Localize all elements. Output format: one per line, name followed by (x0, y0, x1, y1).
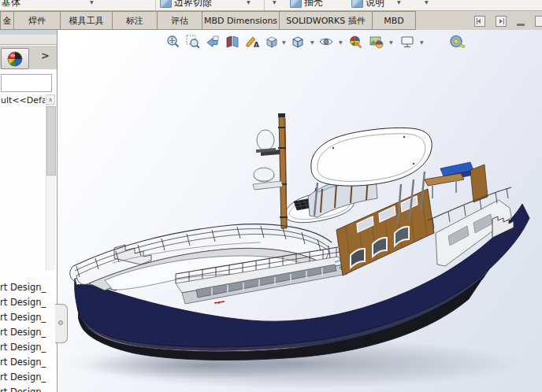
configuration-label[interactable]: ult<<Defa (1, 95, 45, 106)
tab-evaluate[interactable]: 评估 (158, 11, 202, 30)
red-annotation-mark[interactable] (214, 301, 225, 304)
view-settings-caret[interactable]: ▼ (420, 39, 424, 45)
eye-icon (318, 34, 334, 50)
canopy-roof[interactable] (311, 128, 432, 186)
dish-platform (253, 181, 283, 190)
tab-weldments[interactable]: 焊件 (14, 11, 61, 30)
panel-tab-strip: > (0, 46, 57, 69)
graphics-viewport[interactable]: A ▼ ▼ (58, 30, 542, 392)
radar-dome-upper[interactable] (257, 130, 274, 150)
tape-measure-icon (448, 33, 466, 50)
dropdown-caret-icon[interactable]: ▼ (397, 0, 401, 5)
panel-flyout-arrow[interactable]: > (41, 50, 50, 61)
measure-button[interactable] (448, 33, 466, 50)
view-orientation-button[interactable] (263, 33, 280, 50)
tree-item[interactable]: rt Design_ (0, 340, 55, 355)
ribbon-commands-partial: 基体 ▼ 边界切除 ▼ ▼ 抽壳 说明 ▼ ▼ (0, 0, 542, 11)
window-previous-button[interactable] (474, 16, 485, 27)
annotation-views-button[interactable]: A (243, 33, 261, 50)
dropdown-caret-icon[interactable]: ▼ (273, 0, 277, 5)
window-restore-button[interactable] (535, 16, 542, 27)
ribbon-separator (155, 0, 156, 10)
view-settings-button[interactable] (399, 33, 416, 50)
ribbon-tab-bar: 金 焊件 模具工具 标注 评估 MBD Dimensions SOLIDWORK… (0, 11, 542, 31)
mast[interactable] (253, 113, 288, 228)
left-arrow-icon (477, 19, 481, 24)
zoom-to-area-button[interactable] (184, 33, 202, 50)
scroll-up-button[interactable]: ∧ (46, 94, 55, 105)
section-view-icon (225, 34, 240, 50)
solidworks-window: 基体 ▼ 边界切除 ▼ ▼ 抽壳 说明 ▼ ▼ 金 焊件 模具工具 标注 评估 … (0, 0, 542, 392)
dropdown-caret-icon[interactable]: ▼ (247, 0, 251, 5)
tree-item[interactable]: rt Design_ (0, 385, 55, 392)
panel-header-strip (0, 35, 57, 45)
ribbon-button-label: 基体 (2, 0, 20, 9)
display-style-caret[interactable]: ▼ (310, 39, 314, 45)
apply-scene-icon (369, 34, 384, 50)
right-arrow-icon (499, 19, 503, 24)
hide-show-caret[interactable]: ▼ (339, 39, 343, 45)
monitor-icon (399, 34, 415, 50)
scrollbar-thumb[interactable] (46, 106, 56, 176)
zoom-to-fit-icon (165, 34, 181, 50)
mast-cap (278, 113, 285, 117)
aft-seating[interactable] (425, 162, 488, 202)
apply-scene-caret[interactable]: ▼ (389, 39, 393, 45)
window-next-button[interactable] (496, 16, 507, 27)
ribbon-button-label: 抽壳 (304, 0, 323, 9)
view-orientation-caret[interactable]: ▼ (282, 39, 286, 45)
boundary-cut-icon (160, 0, 172, 8)
panel-scrollbar[interactable] (46, 105, 55, 270)
ribbon-button-shell[interactable]: 抽壳 (290, 0, 323, 10)
tree-item[interactable]: rt Design_ (0, 280, 55, 295)
dropdown-caret-icon[interactable]: ▼ (425, 0, 429, 5)
feature-manager-panel: > ult<<Defa ∧ rt Design_ rt Design_ rt D… (0, 30, 58, 392)
bar-icon (477, 18, 477, 24)
tree-item[interactable]: rt Design_ (0, 355, 55, 370)
tab-mbd-dimensions[interactable]: MBD Dimensions (202, 11, 280, 30)
tab-solidworks-addins[interactable]: SOLIDWORKS 插件 (280, 11, 373, 30)
panel-splitter-handle[interactable] (55, 304, 68, 343)
display-style-icon (290, 34, 306, 50)
note-icon (351, 0, 363, 8)
zoom-to-fit-button[interactable] (165, 33, 182, 50)
apply-scene-button[interactable] (368, 33, 385, 50)
bar-icon (503, 18, 504, 24)
previous-view-icon (205, 34, 221, 50)
document-window-controls (474, 15, 542, 28)
hide-show-items-button[interactable] (317, 33, 335, 50)
dropdown-caret-icon[interactable]: ▼ (90, 0, 94, 5)
annotation-views-icon: A (244, 34, 260, 50)
previous-view-button[interactable] (204, 33, 221, 50)
section-view-button[interactable] (224, 33, 241, 50)
tree-item[interactable]: rt Design_ (0, 295, 55, 310)
display-style-button[interactable] (289, 33, 306, 50)
heads-up-view-toolbar: A ▼ ▼ (58, 33, 542, 50)
tab-mbd[interactable]: MBD (373, 11, 416, 30)
view-orientation-icon (264, 34, 280, 50)
tree-item[interactable]: rt Design_ (0, 310, 55, 325)
tree-item[interactable]: rt Design_ (0, 325, 55, 340)
zoom-to-area-icon (185, 34, 201, 50)
tab-annotation[interactable]: 标注 (113, 11, 158, 30)
ribbon-button-note[interactable]: 说明 (351, 0, 384, 10)
feature-tree: rt Design_ rt Design_ rt Design_ rt Desi… (0, 280, 55, 392)
ribbon-button-label: 说明 (366, 0, 384, 9)
panel-preview-box (1, 74, 52, 92)
display-manager-tab[interactable] (1, 48, 29, 69)
edit-appearance-button[interactable] (347, 33, 365, 50)
ribbon-button-base[interactable]: 基体 (2, 0, 20, 10)
tab-sheet-metal[interactable]: 金 (0, 11, 14, 30)
splitter-dot (58, 320, 63, 325)
tab-mold-tools[interactable]: 模具工具 (61, 11, 113, 30)
ribbon-button-boundary-cut[interactable]: 边界切除 (160, 0, 212, 10)
display-manager-sphere-icon (6, 50, 24, 68)
boat-model[interactable] (58, 30, 542, 392)
svg-text:A: A (254, 41, 259, 49)
ribbon-button-label: 边界切除 (174, 0, 212, 9)
ribbon-separator (264, 0, 265, 10)
tree-item[interactable]: rt Design_ (0, 370, 55, 385)
shell-icon (290, 0, 302, 8)
edit-appearance-icon (348, 34, 364, 50)
window-minimize-button[interactable] (517, 24, 525, 26)
